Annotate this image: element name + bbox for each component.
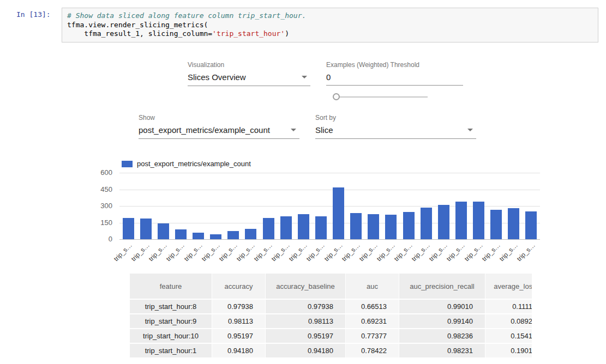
bar[interactable] [421,208,432,239]
threshold-control: Examples (Weighted) Threshold [326,61,463,86]
metric-cell: 0.1901 [485,344,532,357]
bar[interactable] [490,210,502,239]
metric-cell: 0.1541 [485,329,532,343]
bar[interactable] [227,231,239,239]
bar[interactable] [368,214,379,239]
cell-prompt: In [13]: [16,10,51,19]
column-header[interactable]: auc [346,274,399,299]
metric-cell: 0.98236 [399,329,485,343]
metric-cell: 0.95197 [266,329,345,343]
metrics-table: featureaccuracyaccuracy_baselineaucauc_p… [129,272,532,364]
sort-by-value-row[interactable]: Slice [315,125,476,139]
threshold-input[interactable] [326,72,463,86]
column-header[interactable]: auc_precision_recall [399,274,485,299]
y-axis-tick-label: 450 [100,185,112,194]
bar[interactable] [455,202,467,239]
bar[interactable] [525,211,537,239]
table-row: trip_start_hour:90.981130.981130.692310.… [130,314,532,328]
metric-cell: 0.98113 [266,314,345,328]
sort-by-selected-value: Slice [315,125,333,135]
bar[interactable] [263,218,274,239]
code-comment: # Show data sliced along feature column … [67,11,306,20]
metric-cell: 0.99140 [399,314,485,328]
metric-cell: 0.97938 [266,300,345,313]
bar[interactable] [350,213,362,239]
metric-cell: 0.1111 [485,300,532,313]
feature-cell: trip_start_hour:1 [130,344,212,357]
visualization-label: Visualization [188,61,310,69]
bar[interactable] [333,187,344,239]
sort-by-dropdown[interactable]: Sort by Slice [315,114,476,139]
bar[interactable] [508,208,519,239]
metric-cell: 0.94180 [212,344,265,357]
chevron-down-icon[interactable] [302,76,307,78]
metric-cell: 0.66513 [346,300,399,313]
threshold-label: Examples (Weighted) Threshold [326,61,463,69]
bar[interactable] [193,233,204,239]
chevron-down-icon[interactable] [291,129,296,131]
show-selected-value: post_export_metrics/example_count [139,125,270,135]
visualization-selected-value: Slices Overview [188,72,246,82]
visualization-value-row[interactable]: Slices Overview [188,72,310,86]
x-axis: trip_s…trip_s…trip_s…trip_s…trip_s…trip_… [119,241,540,266]
bar[interactable] [280,216,292,239]
bar-chart-plot [119,173,540,239]
bar[interactable] [158,223,169,239]
show-value-row[interactable]: post_export_metrics/example_count [139,125,299,139]
bar[interactable] [175,229,187,239]
code-editor[interactable]: # Show data sliced along feature column … [62,8,598,43]
code-segment: ) [285,29,289,38]
code-line: tfma_result_1, slicing_column='trip_star… [67,29,593,39]
feature-cell: trip_start_hour:10 [130,329,212,343]
y-axis: 0150300450600 [80,173,112,240]
column-header[interactable]: accuracy [212,274,265,299]
column-header[interactable]: accuracy_baseline [266,274,345,299]
feature-cell: trip_start_hour:9 [130,314,212,328]
bar[interactable] [123,218,134,239]
code-string: 'trip_start_hour' [212,29,285,38]
code-line: # Show data sliced along feature column … [67,11,593,21]
metric-cell: 0.95197 [212,329,265,343]
metric-cell: 0.97938 [212,300,265,313]
bar[interactable] [210,234,221,239]
y-axis-tick-label: 300 [100,202,112,210]
y-axis-tick-label: 600 [100,168,112,177]
bar[interactable] [438,205,449,239]
gridline [119,239,540,240]
column-header[interactable]: feature [130,274,212,299]
metric-cell: 0.98113 [212,314,265,328]
show-label: Show [139,114,299,122]
chart-legend: post_export_metrics/example_count [122,160,251,168]
table-row: trip_start_hour:10.941800.941800.784220.… [130,344,532,357]
y-axis-tick-label: 0 [109,235,112,244]
table-row: trip_start_hour:80.979380.979380.665130.… [130,300,532,313]
legend-swatch [122,161,133,167]
bar[interactable] [298,214,309,239]
table-header-row: featureaccuracyaccuracy_baselineaucauc_p… [130,274,532,299]
chevron-down-icon[interactable] [467,129,473,131]
bar[interactable] [245,229,256,239]
column-header[interactable]: average_loss [485,274,532,299]
slider-track[interactable] [337,96,428,98]
metric-cell: 0.94180 [266,344,345,357]
metric-cell: 0.69231 [346,314,399,328]
bar[interactable] [140,219,152,239]
metrics-table-grid: featureaccuracyaccuracy_baselineaucauc_p… [129,272,532,359]
slider-handle[interactable] [333,93,340,100]
bar[interactable] [403,212,415,239]
y-axis-tick-label: 150 [100,219,112,227]
threshold-slider[interactable] [333,93,429,100]
metric-cell: 0.77377 [346,329,399,343]
code-line: tfma.view.render_slicing_metrics( [67,21,593,30]
metric-cell: 0.78422 [346,344,399,357]
visualization-dropdown[interactable]: Visualization Slices Overview [188,61,310,86]
bars-container [119,173,540,239]
legend-label: post_export_metrics/example_count [137,160,251,168]
sort-by-label: Sort by [315,114,476,122]
feature-cell: trip_start_hour:8 [130,300,212,313]
show-metric-dropdown[interactable]: Show post_export_metrics/example_count [139,114,299,139]
bar[interactable] [315,216,327,239]
bar[interactable] [385,215,397,239]
bar[interactable] [473,202,484,239]
jupyter-notebook-page: In [13]: # Show data sliced along featur… [0,0,606,364]
